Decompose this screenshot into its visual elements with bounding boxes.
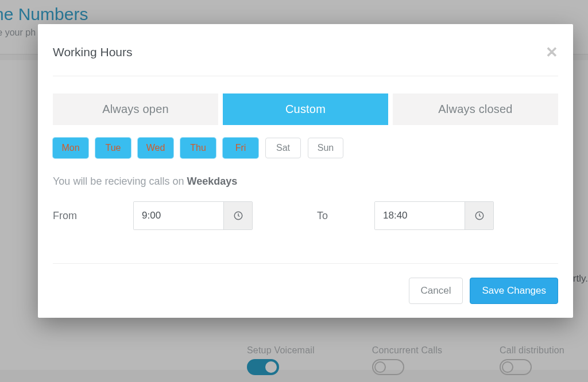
tab-always-open[interactable]: Always open — [53, 93, 218, 125]
from-clock-button[interactable] — [223, 202, 252, 229]
from-group: From — [53, 201, 305, 230]
to-input-wrap — [374, 201, 494, 230]
tab-always-closed[interactable]: Always closed — [393, 93, 558, 125]
to-clock-button[interactable] — [465, 202, 493, 229]
working-hours-modal: Working Hours ✕ Always open Custom Alway… — [38, 24, 573, 318]
day-thu[interactable]: Thu — [180, 138, 216, 158]
schedule-mode-tabs: Always open Custom Always closed — [53, 93, 558, 125]
from-label: From — [53, 210, 133, 222]
time-range-row: From To — [53, 201, 558, 230]
schedule-summary: You will be recieving calls on Weekdays — [53, 176, 558, 188]
day-wed[interactable]: Wed — [138, 138, 173, 158]
clock-icon — [474, 211, 485, 221]
day-selector: Mon Tue Wed Thu Fri Sat Sun — [53, 138, 558, 158]
day-sun[interactable]: Sun — [308, 138, 343, 158]
cancel-button[interactable]: Cancel — [409, 278, 463, 304]
from-time-input[interactable] — [134, 202, 223, 229]
save-button[interactable]: Save Changes — [470, 278, 558, 304]
modal-header: Working Hours ✕ — [53, 45, 558, 76]
tab-custom[interactable]: Custom — [223, 93, 388, 125]
day-mon[interactable]: Mon — [53, 138, 88, 158]
modal-title: Working Hours — [53, 45, 133, 59]
to-label: To — [305, 210, 374, 222]
close-icon[interactable]: ✕ — [546, 45, 558, 60]
modal-footer: Cancel Save Changes — [53, 263, 558, 304]
to-group: To — [305, 201, 558, 230]
day-fri[interactable]: Fri — [223, 138, 258, 158]
to-time-input[interactable] — [375, 202, 465, 229]
summary-days: Weekdays — [187, 176, 237, 187]
day-tue[interactable]: Tue — [95, 138, 131, 158]
from-input-wrap — [133, 201, 253, 230]
clock-icon — [233, 211, 243, 221]
summary-prefix: You will be recieving calls on — [53, 176, 187, 187]
day-sat[interactable]: Sat — [265, 138, 301, 158]
